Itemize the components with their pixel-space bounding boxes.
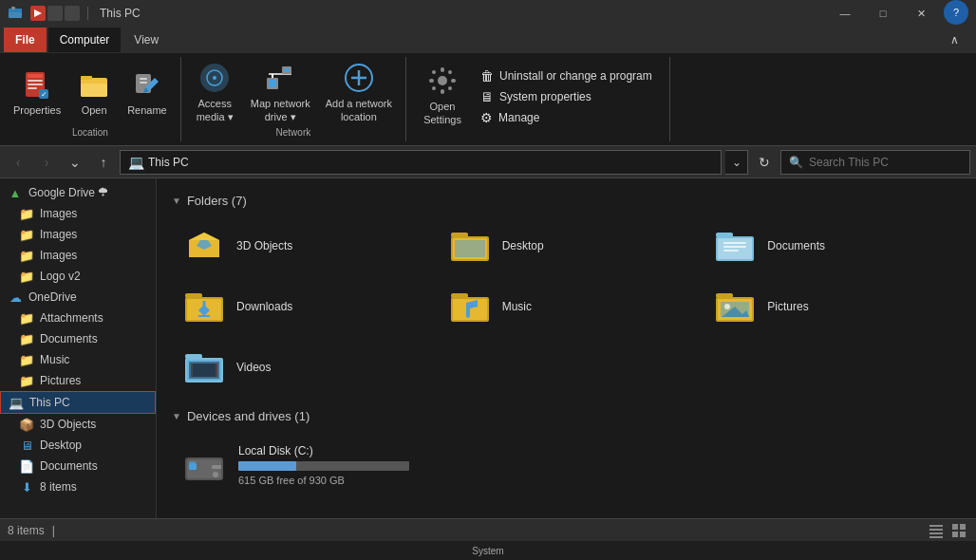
drive-bar-container	[238, 461, 409, 471]
devices-chevron: ▼	[172, 411, 181, 421]
onedrive-icon: ☁	[8, 289, 23, 305]
add-location-button[interactable]: Add a networklocation	[320, 61, 398, 125]
sidebar-item-images-2[interactable]: 📁 Images	[0, 224, 156, 245]
maximize-button[interactable]: □	[864, 0, 902, 27]
manage-label: Manage	[498, 111, 539, 124]
folder-item-music[interactable]: Music	[438, 280, 696, 333]
folder-name-videos: Videos	[236, 361, 271, 374]
sidebar-item-onedrive[interactable]: ☁ OneDrive	[0, 287, 156, 308]
open-button[interactable]: Open	[70, 61, 118, 125]
dropdown-button[interactable]: ⌄	[63, 150, 87, 175]
svg-rect-12	[81, 84, 107, 97]
open-settings-button[interactable]: OpenSettings	[414, 64, 471, 128]
svg-rect-11	[81, 76, 92, 80]
drive-item-local-c[interactable]: Local Disk (C:) 615 GB free of 930 GB	[172, 435, 961, 495]
sidebar-item-google-drive[interactable]: ▲ Google Drive 🌩	[0, 182, 156, 203]
svg-rect-31	[431, 69, 437, 75]
tab-view[interactable]: View	[122, 28, 170, 52]
sidebar-label-pictures-od: Pictures	[40, 374, 81, 387]
folder-icon-music: 📁	[19, 352, 34, 367]
sidebar-label-desktop: Desktop	[40, 439, 82, 452]
icon-docs-pc: 📄	[19, 458, 34, 474]
access-media-button[interactable]: Accessmedia ▾	[189, 61, 241, 125]
folders-section-header[interactable]: ▼ Folders (7)	[172, 194, 961, 208]
address-dropdown-btn[interactable]: ⌄	[725, 150, 748, 175]
quick-access-icon-2[interactable]	[47, 6, 63, 21]
ribbon-group-system: OpenSettings 🗑 Uninstall or change a pro…	[406, 57, 670, 141]
folder-item-videos[interactable]: Videos	[172, 341, 430, 394]
system-props-button[interactable]: 🖥 System properties	[477, 87, 656, 106]
folder-item-desktop[interactable]: Desktop	[438, 219, 696, 272]
search-box[interactable]: 🔍	[780, 150, 970, 175]
search-icon: 🔍	[789, 156, 803, 169]
uninstall-button[interactable]: 🗑 Uninstall or change a program	[477, 66, 656, 85]
folder-name-desktop: Desktop	[502, 239, 544, 252]
folder-grid: 3D Objects Desktop	[172, 219, 961, 394]
sidebar-item-attachments[interactable]: 📁 Attachments	[0, 308, 156, 328]
tab-file[interactable]: File	[4, 28, 47, 52]
this-pc-icon: 💻	[9, 395, 24, 410]
sidebar-item-downloads[interactable]: ⬇ 8 items	[0, 476, 156, 497]
title-bar-left: This PC	[8, 6, 141, 21]
path-text: This PC	[148, 156, 189, 169]
devices-section-header[interactable]: ▼ Devices and drives (1)	[172, 409, 961, 423]
sidebar-item-documents-od[interactable]: 📁 Documents	[0, 328, 156, 349]
manage-button[interactable]: ⚙ Manage	[477, 108, 656, 127]
help-button[interactable]: ?	[944, 0, 968, 25]
drive-info-local-c: Local Disk (C:) 615 GB free of 930 GB	[238, 444, 409, 486]
address-bar: ‹ › ⌄ ↑ 💻 This PC ⌄ ↻ 🔍	[0, 146, 976, 178]
map-network-icon	[265, 63, 295, 93]
sidebar: ▲ Google Drive 🌩 📁 Images 📁 Images 📁 Ima…	[0, 178, 157, 518]
properties-button[interactable]: ✓ Properties	[8, 61, 66, 125]
quick-access-icon-1[interactable]	[30, 6, 46, 21]
svg-rect-20	[269, 80, 276, 87]
folder-item-documents[interactable]: Documents	[703, 219, 961, 272]
sidebar-item-logo-v2[interactable]: 📁 Logo v2	[0, 266, 156, 287]
sidebar-item-this-pc[interactable]: 💻 This PC	[0, 391, 156, 414]
svg-rect-83	[952, 532, 958, 537]
view-details-btn[interactable]	[927, 521, 946, 540]
location-group-items: ✓ Properties Open	[8, 61, 173, 125]
drive-bar-fill	[238, 461, 296, 471]
back-button[interactable]: ‹	[6, 150, 30, 175]
sidebar-item-3d-objects[interactable]: 📦 3D Objects	[0, 414, 156, 435]
up-button[interactable]: ↑	[91, 150, 116, 175]
folder-icon-documents	[712, 227, 758, 265]
uninstall-label: Uninstall or change a program	[499, 69, 652, 83]
sidebar-item-music-od[interactable]: 📁 Music	[0, 349, 156, 370]
search-input[interactable]	[809, 156, 962, 169]
ribbon-group-location: ✓ Properties Open	[0, 57, 181, 141]
minimize-button[interactable]: —	[826, 0, 864, 27]
folder-item-downloads[interactable]: Downloads	[172, 280, 430, 333]
address-path[interactable]: 💻 This PC	[120, 150, 722, 175]
view-tiles-btn[interactable]	[949, 521, 968, 540]
rename-button[interactable]: Rename	[122, 61, 173, 125]
location-group-label: Location	[72, 125, 108, 138]
folder-item-pictures[interactable]: Pictures	[703, 280, 961, 333]
map-network-button[interactable]: Map networkdrive ▾	[245, 61, 316, 125]
folder-name-music: Music	[502, 300, 532, 313]
folder-icon-3: 📁	[19, 248, 34, 263]
sidebar-item-images-1[interactable]: 📁 Images	[0, 203, 156, 224]
sidebar-item-documents-pc[interactable]: 📄 Documents	[0, 456, 156, 476]
title-bar-app-icon	[8, 6, 23, 21]
sidebar-item-images-3[interactable]: 📁 Images	[0, 245, 156, 266]
folder-item-3d-objects[interactable]: 3D Objects	[172, 219, 430, 272]
svg-rect-28	[441, 89, 444, 94]
svg-rect-22	[284, 68, 290, 72]
close-button[interactable]: ✕	[902, 0, 940, 27]
ribbon: File Computer View ∧	[0, 27, 976, 146]
folder-icon-music	[447, 288, 493, 326]
sidebar-item-pictures-od[interactable]: 📁 Pictures	[0, 370, 156, 391]
refresh-button[interactable]: ↻	[752, 150, 777, 175]
window-title: This PC	[100, 7, 141, 20]
folder-icon-videos	[181, 348, 227, 386]
quick-access-icon-3[interactable]	[65, 6, 80, 21]
forward-button[interactable]: ›	[34, 150, 59, 175]
manage-icon: ⚙	[480, 110, 493, 125]
sidebar-item-desktop[interactable]: 🖥 Desktop	[0, 435, 156, 456]
ribbon-collapse-btn[interactable]: ∧	[944, 29, 965, 50]
tab-computer[interactable]: Computer	[48, 28, 122, 52]
open-icon	[79, 70, 109, 101]
folder-icon-downloads	[181, 288, 227, 326]
